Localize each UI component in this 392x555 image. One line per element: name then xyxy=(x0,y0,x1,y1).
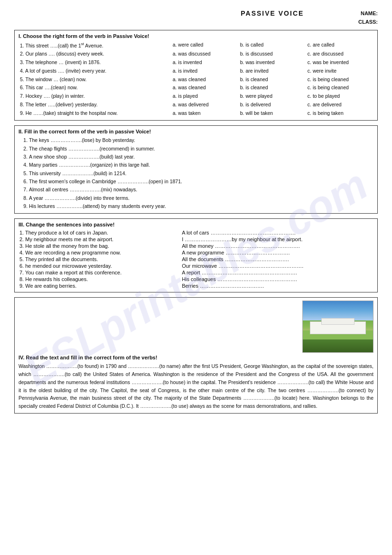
table-row: 5. The window … (clean) now. a. was clea… xyxy=(19,75,373,84)
left-cell: 8. He rewards his colleagues. xyxy=(19,276,181,282)
table-row: 3. The telephone … (invent) in 1876. a. … xyxy=(19,58,373,67)
table-row: 9. He ……(take) straight to the hospital … xyxy=(19,109,373,118)
option-a: a. is played xyxy=(171,92,239,101)
white-house-image xyxy=(302,301,373,353)
option-c: c. are called xyxy=(306,41,373,50)
right-cell: Berries ………………………………. xyxy=(181,282,373,289)
sentence-cell: 7. Hockey …. (play) in winter. xyxy=(19,92,171,101)
page-header: PASSIVE VOICE NAME: CLASS: xyxy=(14,9,378,26)
right-cell: Our microwave …………………………………………. xyxy=(181,263,373,269)
class-label: CLASS: xyxy=(358,18,378,27)
option-b: b. is cleaned xyxy=(239,75,306,84)
section4: IV. Read the text and fill in the correc… xyxy=(14,297,378,414)
name-label: NAME: xyxy=(358,9,378,18)
section2: II. Fill in the correct form of the verb… xyxy=(14,125,378,214)
sentence-cell: 1. This street …..(call) the 1st Avenue. xyxy=(19,41,171,50)
option-c: c. is being taken xyxy=(306,109,373,118)
sentence-cell: 5. The window … (clean) now. xyxy=(19,75,171,84)
list-item: Many parties ……………….(organize) in this l… xyxy=(29,161,373,169)
right-cell: A new programme ………………………………. xyxy=(181,249,373,256)
option-c: c. were invite xyxy=(306,67,373,75)
section1-table: 1. This street …..(call) the 1st Avenue.… xyxy=(19,41,373,117)
option-c: c. is being cleaned xyxy=(306,84,373,92)
option-a: a. is invited xyxy=(171,67,239,75)
option-a: a. was taken xyxy=(171,109,239,118)
left-cell: 3. He stole all the money from the bag. xyxy=(19,243,181,249)
section1-title: I. Choose the right form of the verb in … xyxy=(19,33,373,39)
right-cell: A lot of cars …………………………………………. xyxy=(181,229,373,236)
sentence-cell: 8. The letter …..(deliver) yesterday. xyxy=(19,101,171,109)
left-cell: 4. We are recording a new programme now. xyxy=(19,249,181,256)
list-item: This university ……………….(build) in 1214. xyxy=(29,169,373,178)
option-b: b. was invented xyxy=(239,58,306,67)
table-row: 6. This car ….(clean) now. a. was cleane… xyxy=(19,84,373,92)
left-cell: 2. My neighbour meets me at the airport. xyxy=(19,236,181,243)
sentence-cell: 6. This car ….(clean) now. xyxy=(19,84,171,92)
sentence-cell: 3. The telephone … (invent) in 1876. xyxy=(19,58,171,67)
table-row: 2. My neighbour meets me at the airport.… xyxy=(19,236,373,243)
section2-list: The keys ……………….(lose) by Bob yesterday.… xyxy=(19,136,373,210)
section3-table: 1. They produce a lot of cars in Japan. … xyxy=(19,229,373,289)
table-row: 9. We are eating berries. Berries ………………… xyxy=(19,282,373,289)
option-c: c. are discussed xyxy=(306,50,373,58)
sentence-cell: 2. Our plans …. (discuss) every week. xyxy=(19,50,171,58)
table-row: 3. He stole all the money from the bag. … xyxy=(19,243,373,249)
left-cell: 9. We are eating berries. xyxy=(19,282,181,289)
option-c: c. are delivered xyxy=(306,101,373,109)
option-a: a. were called xyxy=(171,41,239,50)
option-c: c. is being cleaned xyxy=(306,75,373,84)
name-class-block: NAME: CLASS: xyxy=(358,9,378,26)
option-a: a. was cleaned xyxy=(171,84,239,92)
section2-title: II. Fill in the correct form of the verb… xyxy=(19,129,373,134)
table-row: 8. He rewards his colleagues. His collea… xyxy=(19,276,373,282)
left-cell: 1. They produce a lot of cars in Japan. xyxy=(19,229,181,236)
table-row: 1. They produce a lot of cars in Japan. … xyxy=(19,229,373,236)
section4-text: Washington ……………….(to found) in 1790 and… xyxy=(19,362,373,410)
table-row: 4. We are recording a new programme now.… xyxy=(19,249,373,256)
table-row: 1. This street …..(call) the 1st Avenue.… xyxy=(19,41,373,50)
list-item: A year ……………….(divide) into three terms. xyxy=(29,194,373,202)
section4-title: IV. Read the text and fill in the correc… xyxy=(19,355,373,360)
table-row: 2. Our plans …. (discuss) every week. a.… xyxy=(19,50,373,58)
table-row: 5. They printed all the documents. All t… xyxy=(19,256,373,263)
left-cell: 6. he mended our microwave yesterday. xyxy=(19,263,181,269)
option-b: b. will be taken xyxy=(239,109,306,118)
list-item: The first women's college in Cambridge …… xyxy=(29,178,373,186)
option-c: c. to be played xyxy=(306,92,373,101)
list-item: The keys ……………….(lose) by Bob yesterday. xyxy=(29,136,373,144)
list-item: His lectures …………….(attend) by many stud… xyxy=(29,202,373,210)
table-row: 8. The letter …..(deliver) yesterday. a.… xyxy=(19,101,373,109)
right-cell: All the documents ………………………………. xyxy=(181,256,373,263)
section3-title: III. Change the sentences into passive! xyxy=(19,222,373,227)
option-b: b. are invited xyxy=(239,67,306,75)
list-item: Almost all centres ……………….(mix) nowadays… xyxy=(29,186,373,194)
option-a: a. is invented xyxy=(171,58,239,67)
right-cell: I ………………………by my neighbour at the airpor… xyxy=(181,236,373,243)
sentence-cell: 4. A lot of guests …. (invite) every yea… xyxy=(19,67,171,75)
option-a: a. was delivered xyxy=(171,101,239,109)
right-cell: A report ………………………………………………. xyxy=(181,269,373,276)
table-row: 6. he mended our microwave yesterday. Ou… xyxy=(19,263,373,269)
section3: III. Change the sentences into passive! … xyxy=(14,218,378,292)
option-b: b. is cleaned xyxy=(239,84,306,92)
table-row: 7. Hockey …. (play) in winter. a. is pla… xyxy=(19,92,373,101)
right-cell: His colleagues ………………………………………. xyxy=(181,276,373,282)
table-row: 7. You can make a report at this confere… xyxy=(19,269,373,276)
option-a: a. was discussed xyxy=(171,50,239,58)
page-title: PASSIVE VOICE xyxy=(187,9,359,17)
option-b: b. is called xyxy=(239,41,306,50)
list-item: The cheap flights ……………….(recommend) in … xyxy=(29,145,373,153)
table-row: 4. A lot of guests …. (invite) every yea… xyxy=(19,67,373,75)
left-cell: 5. They printed all the documents. xyxy=(19,256,181,263)
option-a: a. was cleaned xyxy=(171,75,239,84)
option-b: b. is discussed xyxy=(239,50,306,58)
option-b: b. were played xyxy=(239,92,306,101)
section1: I. Choose the right form of the verb in … xyxy=(14,30,378,121)
right-cell: All the money …………………………………………. xyxy=(181,243,373,249)
list-item: A new shoe shop ……………….(build) last year… xyxy=(29,153,373,161)
left-cell: 7. You can make a report at this confere… xyxy=(19,269,181,276)
option-c: c. was be invented xyxy=(306,58,373,67)
sentence-cell: 9. He ……(take) straight to the hospital … xyxy=(19,109,171,118)
option-b: b. is delivered xyxy=(239,101,306,109)
